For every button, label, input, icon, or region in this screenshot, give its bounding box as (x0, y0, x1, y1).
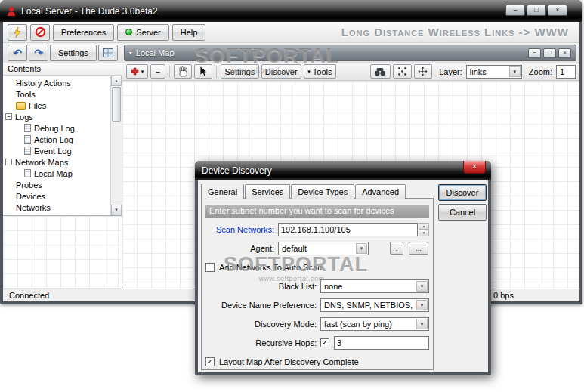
tree-item-label: Local Map (34, 169, 73, 178)
dropdown-icon[interactable]: ▾ (416, 281, 428, 292)
server-button[interactable]: Server (117, 24, 168, 41)
tree-item-debug-log[interactable]: Debug Log (3, 122, 110, 134)
settings-button[interactable]: Settings (50, 45, 97, 61)
map-discover-button[interactable]: Discover (261, 64, 301, 79)
separator (169, 66, 170, 78)
recursive-hops-input[interactable]: 3 (334, 336, 429, 350)
tab-device-types[interactable]: Device Types (291, 184, 354, 199)
pane-maximize-button[interactable]: □ (543, 48, 556, 58)
dropdown-icon[interactable]: ▾ (356, 243, 367, 254)
layout-map-checkbox[interactable]: ✓ (205, 357, 215, 366)
tab-advanced[interactable]: Advanced (355, 184, 406, 199)
pan-tool-button[interactable] (174, 64, 193, 79)
discovery-mode-select[interactable]: fast (scan by ping) ▾ (320, 317, 429, 331)
tree-item-label: Logs (15, 113, 33, 122)
dropdown-icon[interactable]: ▾ (416, 300, 428, 310)
pane-dropdown-icon[interactable]: ▾ (129, 50, 132, 57)
tree-item-label: Files (29, 101, 46, 110)
tools-button[interactable]: ▾ Tools (304, 64, 336, 79)
spread-map-button[interactable] (414, 64, 433, 79)
add-element-button[interactable]: ▾ (126, 64, 148, 79)
folder-icon (16, 102, 26, 110)
dropdown-glyph: ▾ (421, 283, 424, 289)
find-button[interactable] (370, 64, 391, 79)
maximize-icon: □ (534, 7, 538, 14)
dropdown-icon[interactable]: ▾ (509, 66, 521, 77)
layer-select[interactable]: links ▾ (466, 65, 522, 79)
agent-edit-label: . (396, 245, 398, 252)
map-settings-button[interactable]: Settings (221, 64, 258, 79)
scan-networks-input[interactable]: 192.168.1.100/105 (278, 223, 418, 236)
minimize-button[interactable]: – (505, 5, 525, 16)
scrollbar-thumb[interactable] (112, 87, 121, 122)
dialog-close-button[interactable]: × (463, 161, 486, 174)
agent-browse-button[interactable]: ... (409, 242, 428, 255)
spinner-down-icon[interactable]: ▾ (419, 230, 429, 236)
pane-minimize-button[interactable]: − (528, 48, 541, 58)
dropdown-icon[interactable]: ▾ (416, 319, 428, 329)
add-networks-checkbox[interactable] (205, 263, 215, 272)
recursive-hops-checkbox[interactable]: ✓ (320, 338, 329, 347)
remove-element-button[interactable]: − (150, 64, 165, 79)
pane-maximize-icon: □ (548, 50, 552, 56)
tree-item-tools[interactable]: Tools (3, 88, 110, 100)
tree-item-label: Debug Log (34, 124, 75, 133)
tree-item-network-maps[interactable]: −Network Maps (3, 156, 110, 168)
maximize-button[interactable]: □ (527, 5, 546, 16)
pane-close-button[interactable]: × (558, 48, 571, 58)
tree-item-logs[interactable]: −Logs (3, 111, 110, 122)
tree-scrollbar[interactable]: ▲ ▼ (110, 76, 122, 215)
black-list-select[interactable]: none ▾ (320, 279, 429, 293)
tree-item-networks[interactable]: Networks (3, 202, 110, 213)
tab-general[interactable]: General (201, 184, 244, 199)
tree-item-history-actions[interactable]: History Actions (3, 77, 110, 88)
server-label: Server (136, 28, 160, 37)
recursive-hops-row: Recursive Hops: ✓ 3 (205, 335, 429, 350)
agent-edit-button[interactable]: . (390, 242, 403, 255)
undo-icon: ↶ (13, 48, 22, 58)
tab-services[interactable]: Services (245, 184, 290, 199)
help-button[interactable]: Help (172, 24, 206, 41)
redo-button[interactable]: ↷ (29, 45, 48, 61)
device-name-value: DNS, SNMP, NETBIOS, IP (324, 301, 423, 310)
preferences-button[interactable]: Preferences (53, 24, 114, 41)
main-toolbar: Preferences Server Help Long Distance Wi… (3, 22, 579, 43)
undo-button[interactable]: ↶ (8, 45, 27, 61)
layout-map-button[interactable] (393, 64, 412, 79)
scan-networks-spinner[interactable]: ▴ ▾ (419, 223, 429, 236)
check-icon: ✓ (322, 339, 328, 347)
zoom-select[interactable]: 1 (556, 65, 576, 79)
tree-item-action-log[interactable]: Action Log (3, 134, 110, 145)
discover-button[interactable]: Discover (438, 184, 487, 201)
map-edit-icon (103, 48, 113, 57)
dialog-client: General Services Device Types Advanced E… (198, 180, 488, 372)
device-discovery-dialog: Device Discovery × General Services Devi… (195, 161, 491, 375)
collapse-icon[interactable]: − (5, 159, 12, 165)
map-pane-header[interactable]: ▾ Local Map − □ × (124, 45, 576, 61)
close-button[interactable]: × (548, 5, 567, 16)
map-page-icon (24, 169, 31, 177)
map-edit-button[interactable] (98, 45, 118, 61)
scroll-down-button[interactable]: ▼ (111, 205, 122, 215)
log-page-icon (24, 147, 31, 155)
scroll-up-button[interactable]: ▲ (111, 76, 122, 86)
lightning-icon (13, 27, 22, 38)
spinner-up-icon[interactable]: ▴ (419, 223, 429, 230)
agent-select[interactable]: default ▾ (278, 242, 369, 255)
disconnect-button[interactable] (30, 24, 50, 41)
scrollbar-track[interactable] (111, 122, 122, 205)
tree-item-devices[interactable]: Devices (3, 190, 110, 202)
tree-item-files[interactable]: Files (3, 100, 110, 111)
collapse-icon[interactable]: − (5, 113, 12, 120)
tree-item-event-log[interactable]: Event Log (3, 145, 110, 156)
tree-item-probes[interactable]: Probes (3, 179, 110, 190)
cancel-button[interactable]: Cancel (438, 204, 487, 221)
contents-tree: History Actions Tools Files −Logs Debug … (3, 76, 122, 216)
device-name-select[interactable]: DNS, SNMP, NETBIOS, IP ▾ (320, 298, 429, 312)
connect-button[interactable] (8, 24, 27, 41)
close-icon: × (555, 7, 559, 14)
select-tool-button[interactable] (194, 64, 212, 79)
help-label: Help (181, 28, 198, 37)
tree-item-local-map[interactable]: Local Map (3, 168, 110, 179)
tree-item-label: History Actions (16, 79, 71, 88)
